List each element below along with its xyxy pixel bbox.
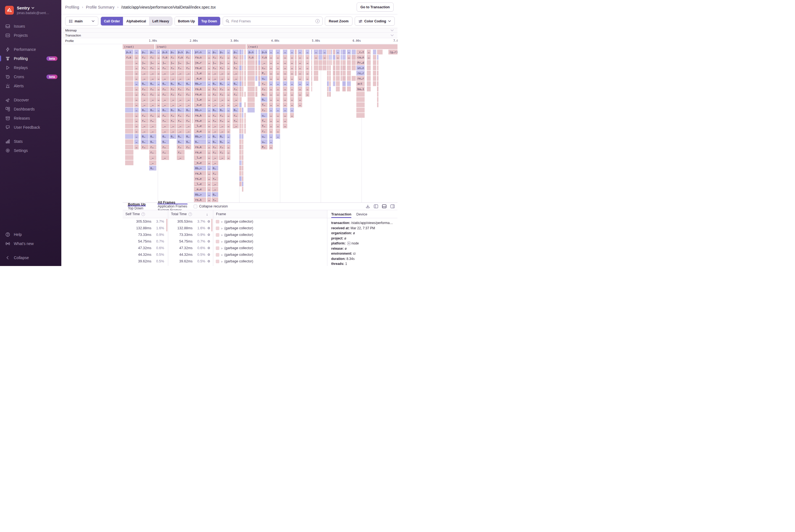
total-time-row[interactable]: 47.32ms0.6%⚙ (168, 245, 213, 251)
total-time-row[interactable]: 39.62ms0.5%⚙ (168, 258, 213, 265)
total-time-row[interactable]: 73.33ms0.9%⚙ (168, 231, 213, 238)
sort-option-call-order[interactable]: Call Order (101, 17, 123, 25)
sidebar-item-alerts[interactable]: Alerts (0, 81, 61, 90)
total-time-row[interactable]: 132.88ms1.6%⚙ (168, 225, 213, 231)
sidebar-item-help[interactable]: Help (0, 230, 61, 239)
frame-row[interactable]: ›(garbage collector) (213, 218, 327, 225)
sidebar-item-releases[interactable]: Releases (0, 114, 61, 122)
gear-icon[interactable]: ⚙ (205, 246, 212, 250)
chevron-right-icon[interactable]: › (221, 220, 222, 224)
breadcrumb-transaction-path: /static/app/views/performance/vitalDetai… (121, 5, 216, 10)
sidebar-item-issues[interactable]: Issues (0, 22, 61, 31)
self-time-row[interactable]: 44.32ms0.5% (122, 251, 168, 258)
chevron-right-icon[interactable]: › (221, 259, 222, 264)
chevron-right-icon[interactable]: › (221, 233, 222, 237)
sidebar-item-profiling[interactable]: Profiling beta (0, 54, 61, 63)
node-platform-icon (347, 242, 351, 245)
gear-icon[interactable]: ⚙ (205, 233, 212, 237)
frame-row[interactable]: ›(garbage collector) (213, 231, 327, 238)
total-time-row[interactable]: 54.75ms0.7%⚙ (168, 238, 213, 245)
sort-option-alphabetical[interactable]: Alphabetical (123, 17, 149, 25)
collapse-recursion-checkbox[interactable] (194, 205, 197, 208)
sidebar-item-what-s-new[interactable]: What's new (0, 239, 61, 248)
self-time-row[interactable]: 132.88ms1.6% (122, 225, 168, 231)
search-info-icon[interactable]: i (316, 19, 320, 23)
mini-scrollbar[interactable] (211, 219, 212, 231)
mini-scrollbar[interactable] (166, 219, 167, 231)
tab-top-down[interactable]: Top Down (126, 206, 148, 210)
self-time-row[interactable]: 305.53ms3.7% (122, 218, 168, 225)
frame-row[interactable]: ›(garbage collector) (213, 245, 327, 251)
breadcrumb-profiling[interactable]: Profiling (65, 5, 79, 10)
self-time-header[interactable]: Self Time? (122, 210, 168, 218)
transaction-strip[interactable]: Transaction (61, 33, 398, 38)
gear-icon[interactable]: ⚙ (205, 259, 212, 263)
tab-all-frames[interactable]: All Frames (155, 201, 190, 204)
layout-right-panel-icon[interactable] (390, 204, 395, 208)
search-icon (226, 19, 229, 23)
chevron-right-icon[interactable]: › (221, 246, 222, 250)
frame-color-swatch (216, 240, 219, 243)
sidebar-footer: Help What's new Collapse (0, 230, 61, 266)
gear-icon[interactable]: ⚙ (205, 240, 212, 243)
frame-row[interactable]: ›(garbage collector) (213, 258, 327, 265)
chevron-right-icon[interactable]: › (221, 253, 222, 257)
sort-option-left-heavy[interactable]: Left Heavy (149, 17, 172, 25)
breadcrumb-profile-summary[interactable]: Profile Summary (86, 5, 114, 10)
sidebar-item-user-feedback[interactable]: User Feedback (0, 122, 61, 132)
tab-bottom-up[interactable]: Bottom Up (126, 203, 148, 206)
self-time-row[interactable]: 47.32ms0.6% (122, 245, 168, 251)
frame-row[interactable]: ›(garbage collector) (213, 238, 327, 245)
projects-icon (5, 33, 10, 38)
find-frames-input[interactable] (231, 19, 314, 23)
sidebar-item-replays[interactable]: Replays (0, 63, 61, 72)
profiling-icon (5, 56, 10, 61)
sentry-logo-icon (5, 6, 14, 15)
sidebar-item-performance[interactable]: Performance (0, 45, 61, 54)
gear-icon[interactable]: ⚙ (205, 253, 212, 256)
frame-header[interactable]: Frame (213, 210, 327, 218)
sidebar-item-collapse[interactable]: Collapse (0, 253, 61, 262)
help-circle-icon: ? (188, 212, 192, 216)
layout-bottom-panel-icon[interactable] (382, 204, 386, 208)
frame-color-swatch (216, 246, 219, 250)
total-time-header[interactable]: Total Time? ↓ (168, 210, 213, 218)
details-tab-device[interactable]: Device (356, 210, 367, 218)
whats-new-icon (5, 241, 10, 246)
self-time-row[interactable]: 39.62ms0.5% (122, 258, 168, 265)
layout-left-panel-icon[interactable] (374, 204, 378, 208)
total-time-row[interactable]: 44.32ms0.5%⚙ (168, 251, 213, 258)
total-time-row[interactable]: 305.53ms3.7%⚙ (168, 218, 213, 225)
dashboards-icon (5, 107, 10, 112)
color-coding-button[interactable]: Color Coding (355, 17, 395, 26)
details-tab-transaction[interactable]: Transaction (331, 210, 352, 218)
minimap-strip[interactable]: Minimap (61, 28, 398, 33)
sidebar-item-crons[interactable]: Crons beta (0, 72, 61, 81)
sidebar-item-projects[interactable]: Projects (0, 31, 61, 40)
tab-application-frames[interactable]: Application Frames (155, 204, 190, 208)
sidebar-item-dashboards[interactable]: Dashboards (0, 104, 61, 114)
thread-selector[interactable]: main (65, 17, 98, 26)
go-to-transaction-button[interactable]: Go to Transaction (357, 2, 394, 12)
chevron-down-icon (391, 29, 394, 32)
help-circle-icon: ? (141, 212, 145, 216)
direction-option-top-down[interactable]: Top Down (198, 17, 220, 25)
sidebar-item-discover[interactable]: Discover (0, 95, 61, 104)
app-root: Sentry jonas.badalic@sent… Issues Projec… (0, 0, 398, 266)
frame-row[interactable]: ›(garbage collector) (213, 225, 327, 231)
chevron-down-icon (92, 20, 94, 22)
frame-row[interactable]: ›(garbage collector) (213, 251, 327, 258)
sidebar-item-settings[interactable]: Settings (0, 146, 61, 155)
sort-descending-icon[interactable]: ↓ (206, 212, 210, 216)
org-switcher[interactable]: Sentry jonas.badalic@sent… (0, 0, 61, 19)
reset-zoom-button[interactable]: Reset Zoom (325, 17, 353, 26)
self-time-row[interactable]: 54.75ms0.7% (122, 238, 168, 245)
frame-pane: Frame ›(garbage collector)›(garbage coll… (213, 210, 327, 266)
download-icon[interactable] (366, 204, 370, 209)
direction-option-bottom-up[interactable]: Bottom Up (175, 17, 198, 25)
chevron-right-icon[interactable]: › (221, 226, 222, 230)
self-time-row[interactable]: 73.33ms0.9% (122, 231, 168, 238)
sidebar-item-stats[interactable]: Stats (0, 137, 61, 146)
chevron-right-icon[interactable]: › (221, 240, 222, 244)
flamegraph-canvas[interactable] (122, 44, 398, 203)
